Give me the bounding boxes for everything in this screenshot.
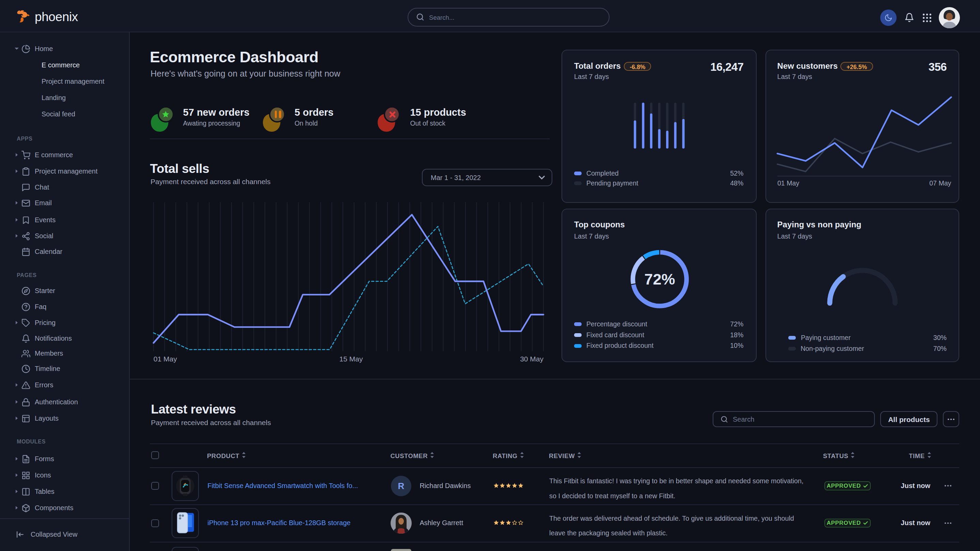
svg-text:01 May: 01 May bbox=[154, 355, 177, 363]
svg-text:30 May: 30 May bbox=[520, 355, 544, 363]
svg-text:15 May: 15 May bbox=[339, 355, 363, 363]
svg-text:01 May: 01 May bbox=[777, 179, 799, 187]
svg-text:72%: 72% bbox=[644, 271, 675, 288]
svg-text:07 May: 07 May bbox=[929, 179, 951, 187]
